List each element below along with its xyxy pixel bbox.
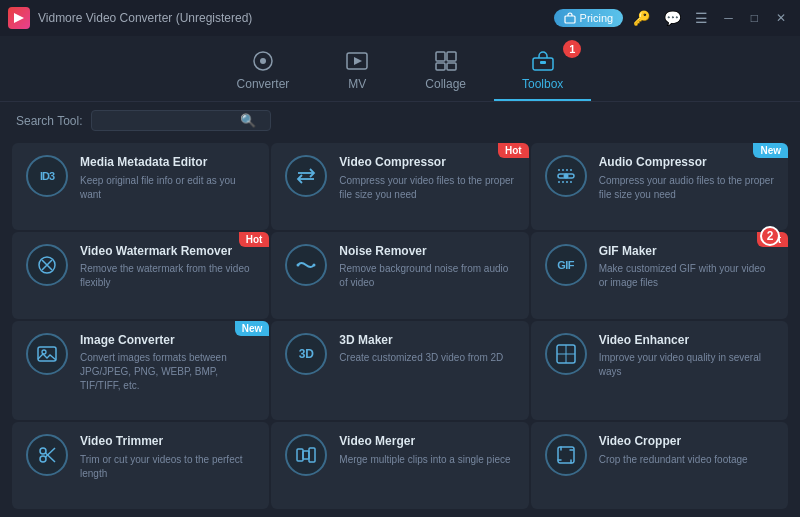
tool-card-noise-remover[interactable]: Noise Remover Remove background noise fr… xyxy=(271,232,528,319)
tab-toolbox-label: Toolbox xyxy=(522,77,563,91)
tool-card-video-enhancer[interactable]: Video Enhancer Improve your video qualit… xyxy=(531,321,788,420)
svg-point-25 xyxy=(40,456,46,462)
title-bar-right: Pricing 🔑 💬 ☰ ─ □ ✕ xyxy=(554,9,792,27)
converter-icon xyxy=(251,50,275,75)
svg-line-28 xyxy=(46,453,56,462)
tool-card-video-trimmer[interactable]: Video Trimmer Trim or cut your videos to… xyxy=(12,422,269,509)
tool-icon-audio-compressor xyxy=(545,155,587,197)
tab-toolbox[interactable]: 1 Toolbox xyxy=(494,44,591,101)
tool-badge-video-watermark-remover: Hot xyxy=(239,232,270,247)
toolbox-badge: 1 xyxy=(563,40,581,58)
tool-desc-video-compressor: Compress your video files to the proper … xyxy=(339,174,516,202)
tool-card-video-compressor[interactable]: Hot Video Compressor Compress your video… xyxy=(271,143,528,230)
tool-desc-video-cropper: Crop the redundant video footage xyxy=(599,453,776,467)
tool-desc-video-merger: Merge multiple clips into a single piece xyxy=(339,453,516,467)
tool-icon-image-converter xyxy=(26,333,68,375)
tool-card-video-watermark-remover[interactable]: Hot Video Watermark Remover Remove the w… xyxy=(12,232,269,319)
num-badge-gif-maker: 2 xyxy=(760,226,780,246)
tool-icon-gif-maker: GIF xyxy=(545,244,587,286)
tool-name-video-cropper: Video Cropper xyxy=(599,434,776,450)
svg-rect-6 xyxy=(447,52,456,61)
tool-desc-audio-compressor: Compress your audio files to the proper … xyxy=(599,174,776,202)
tool-icon-video-trimmer xyxy=(26,434,68,476)
title-bar-left: Vidmore Video Converter (Unregistered) xyxy=(8,7,252,29)
svg-point-16 xyxy=(563,174,568,179)
tool-name-video-trimmer: Video Trimmer xyxy=(80,434,257,450)
minimize-button[interactable]: ─ xyxy=(718,9,739,27)
tool-name-3d-maker: 3D Maker xyxy=(339,333,516,349)
tool-icon-noise-remover xyxy=(285,244,327,286)
collage-icon xyxy=(434,50,458,75)
tool-icon-3d-maker: 3D xyxy=(285,333,327,375)
mv-icon xyxy=(345,50,369,75)
tool-name-media-metadata-editor: Media Metadata Editor xyxy=(80,155,257,171)
tool-card-audio-compressor[interactable]: New Audio Compressor Compress your audio… xyxy=(531,143,788,230)
tab-collage[interactable]: Collage xyxy=(397,44,494,101)
tab-collage-label: Collage xyxy=(425,77,466,91)
svg-rect-8 xyxy=(447,63,456,70)
svg-rect-30 xyxy=(303,451,309,459)
close-button[interactable]: ✕ xyxy=(770,9,792,27)
svg-marker-0 xyxy=(14,13,24,23)
search-input[interactable] xyxy=(100,114,240,128)
tool-desc-noise-remover: Remove background noise from audio of vi… xyxy=(339,262,516,290)
tab-mv-label: MV xyxy=(348,77,366,91)
tool-desc-image-converter: Convert images formats between JPG/JPEG,… xyxy=(80,351,257,393)
tool-desc-video-enhancer: Improve your video quality in several wa… xyxy=(599,351,776,379)
svg-rect-7 xyxy=(436,63,445,70)
svg-point-18 xyxy=(297,263,300,266)
tool-name-image-converter: Image Converter xyxy=(80,333,257,349)
tool-card-video-merger[interactable]: Video Merger Merge multiple clips into a… xyxy=(271,422,528,509)
tab-converter[interactable]: Converter xyxy=(209,44,318,101)
tool-card-media-metadata-editor[interactable]: ID3 Media Metadata Editor Keep original … xyxy=(12,143,269,230)
maximize-button[interactable]: □ xyxy=(745,9,764,27)
tab-converter-label: Converter xyxy=(237,77,290,91)
tool-badge-image-converter: New xyxy=(235,321,270,336)
svg-rect-31 xyxy=(309,448,315,462)
tool-icon-video-enhancer xyxy=(545,333,587,375)
tab-mv[interactable]: MV xyxy=(317,44,397,101)
key-button[interactable]: 🔑 xyxy=(629,9,654,27)
title-bar: Vidmore Video Converter (Unregistered) P… xyxy=(0,0,800,36)
tool-card-gif-maker[interactable]: Hot2 GIF GIF Maker Make customized GIF w… xyxy=(531,232,788,319)
svg-point-19 xyxy=(313,263,316,266)
tool-desc-gif-maker: Make customized GIF with your video or i… xyxy=(599,262,776,290)
tool-icon-video-watermark-remover xyxy=(26,244,68,286)
tool-badge-audio-compressor: New xyxy=(753,143,788,158)
search-input-wrap: 🔍 xyxy=(91,110,271,131)
tool-desc-3d-maker: Create customized 3D video from 2D xyxy=(339,351,516,365)
svg-rect-10 xyxy=(540,61,546,64)
svg-line-27 xyxy=(46,448,56,457)
tool-grid: ID3 Media Metadata Editor Keep original … xyxy=(0,139,800,517)
tool-icon-video-cropper xyxy=(545,434,587,476)
svg-point-3 xyxy=(260,58,266,64)
menu-button[interactable]: ☰ xyxy=(691,9,712,27)
tool-desc-media-metadata-editor: Keep original file info or edit as you w… xyxy=(80,174,257,202)
cart-icon xyxy=(564,12,576,24)
tool-icon-video-compressor xyxy=(285,155,327,197)
svg-rect-1 xyxy=(565,16,575,23)
search-label: Search Tool: xyxy=(16,114,83,128)
tool-name-video-compressor: Video Compressor xyxy=(339,155,516,171)
tool-name-video-merger: Video Merger xyxy=(339,434,516,450)
tool-desc-video-watermark-remover: Remove the watermark from the video flex… xyxy=(80,262,257,290)
tool-icon-video-merger xyxy=(285,434,327,476)
tool-name-audio-compressor: Audio Compressor xyxy=(599,155,776,171)
tool-card-image-converter[interactable]: New Image Converter Convert images forma… xyxy=(12,321,269,420)
chat-button[interactable]: 💬 xyxy=(660,9,685,27)
tool-name-video-enhancer: Video Enhancer xyxy=(599,333,776,349)
search-icon: 🔍 xyxy=(240,113,256,128)
nav-tabs: Converter MV Collage 1 Toolbox xyxy=(0,36,800,102)
svg-point-21 xyxy=(42,350,46,354)
tool-name-video-watermark-remover: Video Watermark Remover xyxy=(80,244,257,260)
tool-desc-video-trimmer: Trim or cut your videos to the perfect l… xyxy=(80,453,257,481)
tool-card-video-cropper[interactable]: Video Cropper Crop the redundant video f… xyxy=(531,422,788,509)
tool-icon-media-metadata-editor: ID3 xyxy=(26,155,68,197)
tool-card-3d-maker[interactable]: 3D 3D Maker Create customized 3D video f… xyxy=(271,321,528,420)
toolbox-icon xyxy=(531,50,555,75)
tool-name-gif-maker: GIF Maker xyxy=(599,244,776,260)
svg-rect-29 xyxy=(297,449,303,461)
tool-badge-video-compressor: Hot xyxy=(498,143,529,158)
pricing-button[interactable]: Pricing xyxy=(554,9,624,27)
svg-point-26 xyxy=(40,448,46,454)
